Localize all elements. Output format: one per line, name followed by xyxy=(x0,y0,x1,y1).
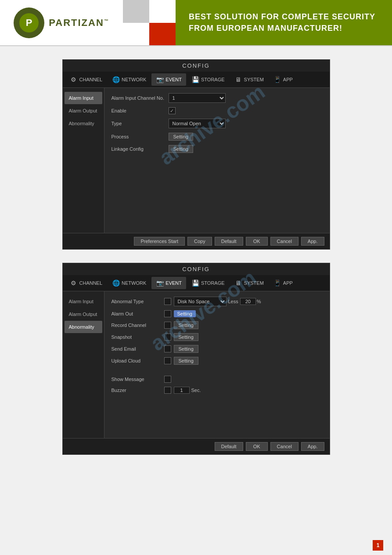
select-abnormal-type[interactable]: Disk No Space Disk Error xyxy=(174,297,227,306)
panel2-footer: Default OK Cancel App. xyxy=(63,438,330,454)
tab-app-2[interactable]: 📱 APP xyxy=(269,277,297,289)
page-body: CONFIG ⚙ CHANNEL 🌐 NETWORK 📷 EVENT 💾 STO… xyxy=(0,46,392,555)
network-icon: 🌐 xyxy=(112,76,120,83)
sidebar-abnormality-2[interactable]: Abnormality xyxy=(65,321,102,333)
btn-send-email-setting[interactable]: Setting xyxy=(174,345,198,353)
btn-default-1[interactable]: Default xyxy=(215,237,243,246)
checkbox-alarm-out[interactable] xyxy=(164,310,171,317)
btn-copy[interactable]: Copy xyxy=(187,237,212,246)
sidebar-alarm-input-1[interactable]: Alarm Input xyxy=(65,92,102,104)
tab-event-2[interactable]: 📷 EVENT xyxy=(151,277,186,289)
label-alarm-input-channel: Alarm Input Channel No. xyxy=(111,95,169,101)
row-snapshot: Snapshot Setting xyxy=(111,333,323,341)
label-enable: Enable xyxy=(111,108,169,113)
input-less-value[interactable] xyxy=(240,298,256,305)
row-enable: Enable xyxy=(111,107,323,114)
sidebar-alarm-output-1[interactable]: Alarm Output xyxy=(65,105,102,117)
sidebar-abnormality-1[interactable]: Abnormality xyxy=(65,117,102,130)
ctrl-linkage-config[interactable]: Setting xyxy=(169,145,323,153)
tab-system-2[interactable]: 🖥 SYSTEM xyxy=(230,277,268,289)
panel1-nav: ⚙ CHANNEL 🌐 NETWORK 📷 EVENT 💾 STORAGE 🖥 … xyxy=(63,72,330,88)
select-channel-no[interactable]: 1 2 3 4 xyxy=(169,93,226,103)
panel1-body: Alarm Input Alarm Output Abnormality Ala… xyxy=(63,88,330,233)
checkbox-enable[interactable] xyxy=(169,107,176,114)
btn-ok-1[interactable]: OK xyxy=(246,237,268,246)
panel1-title: CONFIG xyxy=(63,60,330,72)
sec-label: Sec. xyxy=(191,388,201,393)
event-icon: 📷 xyxy=(156,76,164,83)
ctrl-type[interactable]: Normal Open Normal Close xyxy=(169,119,323,128)
system-icon-2: 🖥 xyxy=(234,279,242,287)
row-record-channel: Record Channel Setting xyxy=(111,321,323,329)
tab-channel-2[interactable]: ⚙ CHANNEL xyxy=(65,277,107,289)
checkbox-abnormal-type[interactable] xyxy=(164,298,171,305)
checkbox-buzzer[interactable] xyxy=(164,387,171,394)
ctrl-process[interactable]: Setting xyxy=(169,133,323,141)
label-process: Process xyxy=(111,134,169,139)
sidebar-alarm-input-2[interactable]: Alarm Input xyxy=(65,295,102,308)
brand-name: PARTIZAN™ xyxy=(49,17,109,29)
tab-system-1[interactable]: 🖥 SYSTEM xyxy=(230,73,268,86)
label-record-channel: Record Channel xyxy=(111,323,164,328)
header: P PARTIZAN™ BEST SOLUTION FOR COMPLETE S… xyxy=(0,0,392,46)
label-snapshot: Snapshot xyxy=(111,334,164,340)
storage-icon: 💾 xyxy=(191,76,199,83)
btn-linkage-setting[interactable]: Setting xyxy=(169,145,193,153)
checkbox-upload-cloud[interactable] xyxy=(164,357,171,364)
config-panel-1: CONFIG ⚙ CHANNEL 🌐 NETWORK 📷 EVENT 💾 STO… xyxy=(62,59,330,250)
tab-storage-1[interactable]: 💾 STORAGE xyxy=(187,73,229,86)
ctrl-alarm-input-channel[interactable]: 1 2 3 4 xyxy=(169,93,323,103)
decorative-squares xyxy=(123,0,176,45)
btn-snapshot-setting[interactable]: Setting xyxy=(174,333,198,341)
panel1-footer: Preferences Start Copy Default OK Cancel… xyxy=(63,233,330,249)
row-show-message: Show Message xyxy=(111,376,323,383)
checkbox-show-message[interactable] xyxy=(164,376,171,383)
tab-app-1[interactable]: 📱 APP xyxy=(269,73,297,86)
checkbox-send-email[interactable] xyxy=(164,345,171,352)
network-icon-2: 🌐 xyxy=(112,279,120,287)
channel-icon: ⚙ xyxy=(70,76,78,83)
btn-default-2[interactable]: Default xyxy=(215,442,243,451)
square-2 xyxy=(149,0,176,23)
row-alarm-input-channel: Alarm Input Channel No. 1 2 3 4 xyxy=(111,93,323,103)
btn-process-setting[interactable]: Setting xyxy=(169,133,193,141)
label-type: Type xyxy=(111,121,169,126)
config-panel-2: CONFIG ⚙ CHANNEL 🌐 NETWORK 📷 EVENT 💾 STO… xyxy=(62,263,330,455)
label-show-message: Show Message xyxy=(111,377,164,382)
panel2-body: Alarm Input Alarm Output Abnormality Abn… xyxy=(63,291,330,438)
alarm-out-highlight: Setting xyxy=(174,310,196,317)
channel-icon-2: ⚙ xyxy=(70,279,78,287)
btn-app-1[interactable]: App. xyxy=(301,237,324,246)
checkbox-snapshot[interactable] xyxy=(164,334,171,341)
panel2-title: CONFIG xyxy=(63,263,330,275)
event-icon-2: 📷 xyxy=(156,279,164,287)
btn-record-channel-setting[interactable]: Setting xyxy=(174,321,198,329)
tab-channel-1[interactable]: ⚙ CHANNEL xyxy=(65,73,107,86)
input-buzzer-value[interactable] xyxy=(174,387,190,394)
tab-storage-2[interactable]: 💾 STORAGE xyxy=(187,277,229,289)
btn-cancel-2[interactable]: Cancel xyxy=(270,442,298,451)
label-upload-cloud: Upload Cloud xyxy=(111,358,164,363)
row-linkage-config: Linkage Config Setting xyxy=(111,145,323,153)
row-buzzer: Buzzer Sec. xyxy=(111,387,323,394)
tab-network-2[interactable]: 🌐 NETWORK xyxy=(108,277,151,289)
sidebar-alarm-output-2[interactable]: Alarm Output xyxy=(65,308,102,320)
panel2-content: Abnormal Type Disk No Space Disk Error L… xyxy=(104,291,330,438)
btn-ok-2[interactable]: OK xyxy=(246,442,268,451)
tab-network-1[interactable]: 🌐 NETWORK xyxy=(108,73,151,86)
row-send-email: Send Email Setting xyxy=(111,345,323,353)
select-type[interactable]: Normal Open Normal Close xyxy=(169,119,226,128)
page-number: 1 xyxy=(373,540,383,551)
checkbox-record-channel[interactable] xyxy=(164,322,171,329)
btn-app-2[interactable]: App. xyxy=(301,442,324,451)
btn-preferences-start[interactable]: Preferences Start xyxy=(134,237,185,246)
tab-event-1[interactable]: 📷 EVENT xyxy=(151,73,186,86)
ctrl-enable[interactable] xyxy=(169,107,323,114)
btn-upload-cloud-setting[interactable]: Setting xyxy=(174,357,198,365)
logo-icon: P xyxy=(14,7,44,38)
tagline: BEST SOLUTION FOR COMPLETE SECURITY FROM… xyxy=(176,0,392,45)
label-linkage-config: Linkage Config xyxy=(111,146,169,152)
btn-cancel-1[interactable]: Cancel xyxy=(270,237,298,246)
row-type: Type Normal Open Normal Close xyxy=(111,119,323,128)
label-abnormal-type: Abnormal Type xyxy=(111,299,164,304)
